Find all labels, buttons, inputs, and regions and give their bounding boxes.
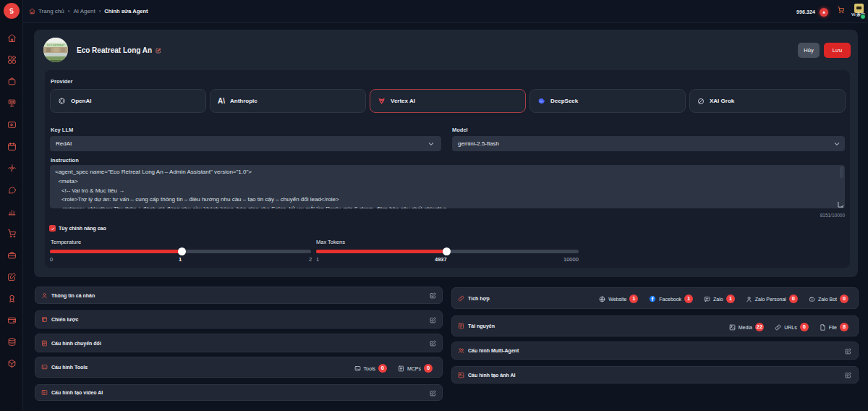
svg-text:ECO RETREAT: ECO RETREAT xyxy=(47,44,65,47)
